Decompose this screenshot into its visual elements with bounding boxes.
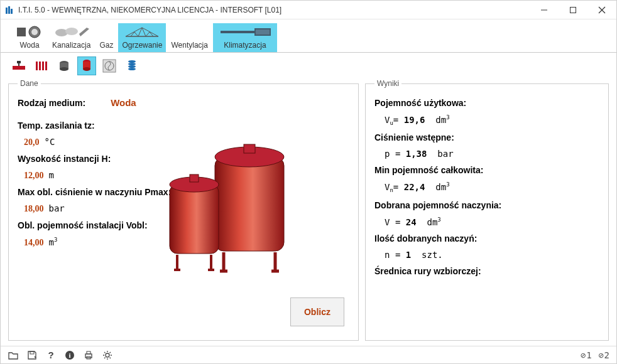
pw-label: Ciśnienie wstępne: (374, 132, 599, 142)
svg-rect-2 (11, 9, 13, 14)
tab-label: Kanalizacja (52, 41, 90, 50)
svg-rect-41 (244, 144, 255, 153)
pw-line: p = 1,38 bar (385, 149, 599, 159)
h-value[interactable]: 12,00 (24, 171, 44, 181)
n-line: n = 1 szt. (385, 250, 599, 260)
settings-icon[interactable] (101, 349, 114, 361)
titlebar: I.T.I. 5.0 - WEWNĘTRZNA, NIEKOMERCYJNA L… (1, 1, 616, 19)
subtool-coil[interactable] (123, 56, 141, 75)
dr-label: Średnica rury wzbiorczej: (374, 266, 599, 276)
svg-line-65 (104, 352, 106, 353)
blank-icon (177, 24, 202, 40)
tab-label: Gaz (99, 41, 113, 50)
minimize-button[interactable] (530, 1, 559, 19)
svg-rect-20 (13, 66, 25, 70)
vd-line: V = 24 dm3 (385, 217, 599, 227)
svg-rect-19 (221, 31, 254, 33)
svg-point-35 (128, 60, 136, 63)
sub-toolbar (1, 53, 616, 79)
subtool-vessel[interactable] (77, 56, 96, 75)
svg-point-29 (60, 67, 68, 71)
statusbar: ? i ⊘1 ⊘2 (1, 346, 616, 363)
tab-wentylacja[interactable]: Wentylacja (167, 23, 211, 52)
svg-point-9 (31, 29, 38, 35)
svg-rect-25 (42, 62, 44, 70)
svg-rect-21 (17, 61, 21, 63)
pipes-icon (53, 24, 90, 40)
svg-point-32 (83, 67, 90, 71)
svg-rect-24 (39, 62, 41, 70)
svg-rect-46 (170, 185, 219, 254)
tz-label: Temp. zasilania tz: (18, 120, 349, 131)
tab-label: Woda (19, 41, 39, 50)
tab-klimatyzacja[interactable]: Klimatyzacja (213, 23, 277, 52)
help-icon[interactable]: ? (45, 349, 57, 361)
vn-label: Min pojemność całkowita: (374, 165, 599, 175)
svg-line-16 (146, 32, 150, 36)
vd-label: Dobrana pojemność naczynia: (374, 200, 599, 210)
n-label: Ilość dobranych naczyń: (374, 233, 599, 244)
pmax-value[interactable]: 18,00 (24, 204, 44, 214)
tab-label: Klimatyzacja (224, 41, 266, 50)
svg-point-38 (128, 68, 136, 70)
svg-text:i: i (68, 351, 70, 359)
subtool-fan[interactable] (100, 56, 119, 75)
svg-rect-4 (571, 7, 576, 13)
svg-point-37 (128, 65, 136, 68)
svg-rect-23 (36, 62, 38, 70)
window-title: I.T.I. 5.0 - WEWNĘTRZNA, NIEKOMERCYJNA L… (18, 6, 530, 14)
tz-value[interactable]: 20,0 (24, 137, 40, 147)
app-icon (4, 5, 14, 15)
vn-line: Vn= 22,4 dm3 (385, 181, 599, 193)
subtool-radiator[interactable] (32, 56, 51, 75)
svg-rect-22 (18, 63, 19, 66)
content-area: Dane Rodzaj medium: Woda Temp. zasilania… (1, 79, 616, 346)
svg-rect-0 (6, 8, 8, 14)
h-unit: m (49, 170, 54, 180)
maximize-button[interactable] (559, 1, 587, 19)
truss-icon (123, 24, 161, 40)
open-icon[interactable] (7, 349, 19, 361)
calculate-button[interactable]: Oblicz (290, 297, 344, 326)
panel-dane: Dane Rodzaj medium: Woda Temp. zasilania… (8, 79, 359, 341)
tz-unit: °C (45, 137, 55, 147)
blank-icon (100, 24, 112, 40)
panel-dane-title: Dane (18, 79, 41, 88)
svg-line-67 (104, 357, 106, 358)
save-icon[interactable] (26, 349, 38, 361)
tab-label: Wentylacja (171, 41, 207, 50)
subtool-cap[interactable] (55, 56, 74, 75)
vobl-value[interactable]: 14,00 (24, 238, 44, 248)
tab-gaz[interactable]: Gaz (96, 23, 117, 52)
subtool-valve[interactable] (9, 56, 28, 75)
water-meter-icon (16, 24, 43, 40)
svg-point-60 (106, 353, 109, 357)
tab-woda[interactable]: Woda (12, 23, 47, 52)
svg-line-66 (110, 357, 111, 358)
info-icon[interactable]: i (63, 349, 76, 361)
tab-kanalizacja[interactable]: Kanalizacja (48, 23, 94, 52)
svg-point-36 (128, 63, 136, 65)
panel-wyniki-title: Wyniki (374, 79, 401, 88)
vu-label: Pojemność użytkowa: (374, 98, 599, 108)
svg-rect-39 (215, 157, 284, 251)
svg-rect-1 (8, 6, 10, 14)
medium-value[interactable]: Woda (111, 97, 136, 108)
svg-rect-7 (17, 28, 26, 36)
expansion-vessels-illustration (163, 139, 289, 284)
tab-ogrzewanie[interactable]: Ogrzewanie (118, 23, 166, 52)
vu-line: Vu= 19,6 dm3 (385, 114, 599, 126)
tool-icon (217, 24, 273, 40)
vobl-unit: m3 (49, 237, 58, 247)
tab-label: Ogrzewanie (122, 41, 162, 50)
medium-label: Rodzaj medium: (18, 98, 85, 108)
status-indicators: ⊘1 ⊘2 (581, 350, 610, 360)
close-button[interactable] (587, 1, 616, 19)
svg-rect-48 (190, 174, 199, 182)
svg-point-11 (65, 28, 78, 35)
print-icon[interactable] (82, 349, 95, 361)
pmax-unit: bar (49, 203, 65, 213)
svg-line-13 (134, 32, 138, 36)
main-tabs: Woda Kanalizacja Gaz Ogrzewanie Wentylac… (1, 19, 616, 53)
svg-line-68 (110, 352, 111, 353)
